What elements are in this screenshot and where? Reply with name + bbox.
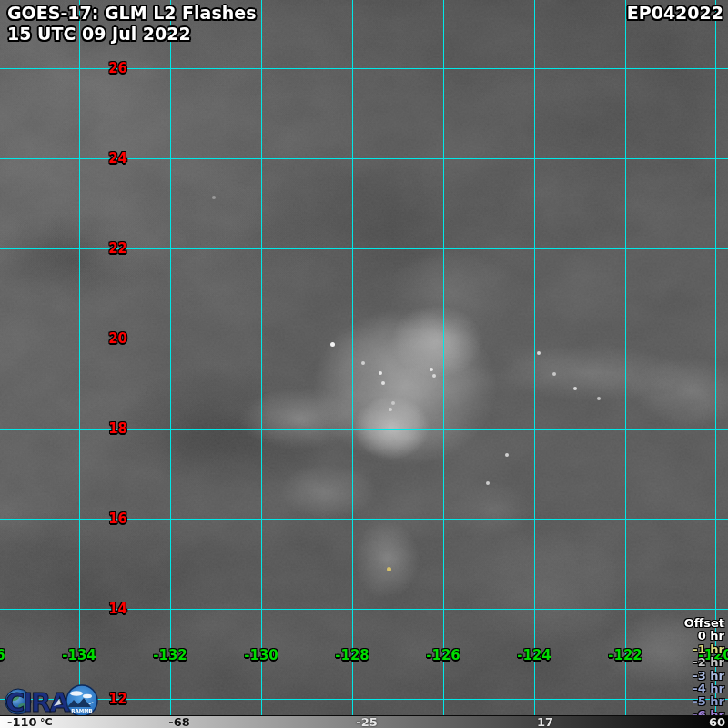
colorbar-tick: 60 [709, 716, 725, 728]
offset-legend: Offset 0 hr-1 hr-2 hr-3 hr-4 hr-5 hr-6 h… [684, 617, 724, 722]
colorbar-tick: °C [40, 716, 53, 728]
lightning-flash [379, 371, 382, 375]
lightning-flash [486, 481, 490, 485]
lightning-flash [361, 361, 365, 365]
cira-logo: CIRA [5, 687, 70, 718]
logo-block: CIRA RAMMB [2, 682, 111, 719]
lightning-flash [552, 372, 556, 376]
rammb-logo: RAMMB [66, 685, 97, 716]
lightning-flash [387, 567, 391, 571]
offset-legend-entry: -1 hr [684, 643, 724, 656]
offset-legend-entry: -2 hr [684, 656, 724, 669]
lightning-flash [597, 397, 601, 400]
offset-legend-entry: -4 hr [684, 682, 724, 695]
offset-legend-entry: -3 hr [684, 670, 724, 682]
offset-legend-title: Offset [684, 617, 724, 630]
satellite-image-viewport: 2624222018161412-136-134-132-130-128-126… [0, 0, 728, 728]
colorbar-tick: 17 [537, 716, 553, 728]
lightning-flash [389, 408, 392, 411]
lightning-flash [505, 453, 509, 457]
lightning-flash [573, 387, 577, 390]
lightning-flash [330, 342, 335, 347]
lightning-flash [212, 196, 216, 199]
offset-legend-entry: -5 hr [684, 695, 724, 708]
rammb-logo-text: RAMMB [71, 708, 93, 713]
lightning-flash [391, 401, 395, 405]
title-block: GOES-17: GLM L2 Flashes 15 UTC 09 Jul 20… [7, 3, 256, 45]
lightning-flash [430, 368, 433, 371]
product-title: GOES-17: GLM L2 Flashes [7, 3, 256, 24]
temperature-colorbar: -110°C-68-251760 [0, 715, 728, 728]
colorbar-tick: -68 [168, 716, 190, 728]
offset-legend-entry: 0 hr [684, 630, 724, 642]
timestamp: 15 UTC 09 Jul 2022 [7, 24, 256, 45]
storm-id: EP042022 [627, 3, 723, 23]
colorbar-tick: -25 [356, 716, 378, 728]
colorbar-tick: -110 [7, 716, 37, 728]
lightning-flash-layer [0, 0, 728, 728]
lightning-flash [381, 381, 385, 385]
lightning-flash [537, 351, 541, 355]
cira-logo-text: CIRA [5, 687, 70, 718]
lightning-flash [432, 374, 436, 378]
